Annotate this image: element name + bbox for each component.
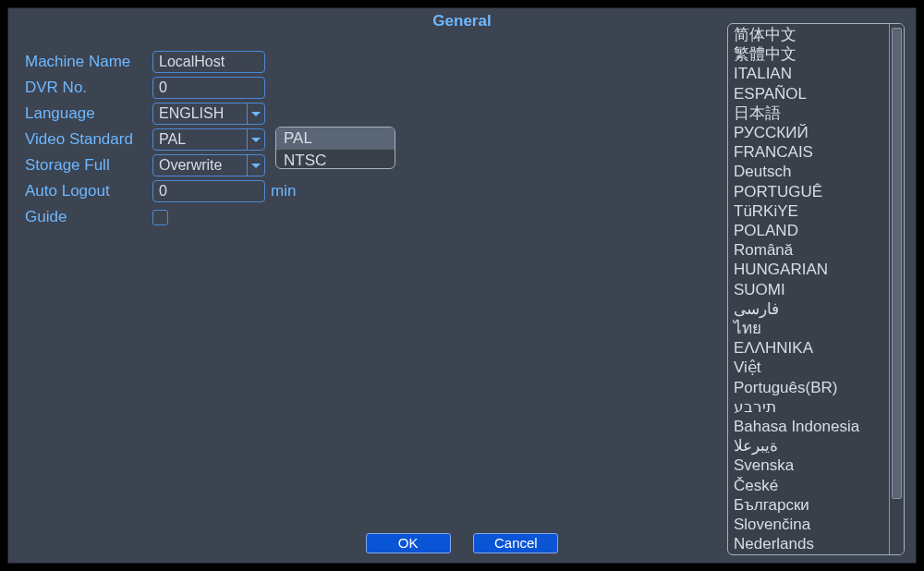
machine-name-label: Machine Name xyxy=(25,53,152,71)
language-option[interactable]: 日本語 xyxy=(734,103,883,123)
language-scrollbar[interactable] xyxy=(889,24,904,554)
language-option[interactable]: Slovenčina xyxy=(734,515,883,534)
auto-logout-label: Auto Logout xyxy=(25,182,152,200)
chevron-down-icon xyxy=(247,129,263,150)
language-option[interactable]: České xyxy=(734,476,883,495)
video-option-pal[interactable]: PAL xyxy=(276,128,395,150)
language-option[interactable]: SUOMI xyxy=(734,280,883,299)
language-select[interactable]: ENGLISH xyxy=(152,103,265,125)
language-option[interactable]: TüRKiYE xyxy=(734,201,883,221)
language-dropdown: 简体中文 繁體中文 ITALIAN ESPAÑOL 日本語 РУССКИЙ FR… xyxy=(727,23,905,555)
language-option[interactable]: HUNGARIAN xyxy=(734,260,883,279)
language-option[interactable]: FRANCAIS xyxy=(734,142,883,162)
language-option[interactable]: Bahasa Indonesia xyxy=(734,417,883,436)
language-option[interactable]: POLAND xyxy=(734,221,883,240)
guide-checkbox[interactable] xyxy=(152,210,168,225)
row-dvr-no: DVR No. xyxy=(25,75,296,101)
row-guide: Guide xyxy=(25,204,296,230)
language-option[interactable]: Български xyxy=(734,495,883,515)
video-option-ntsc[interactable]: NTSC xyxy=(276,150,395,169)
chevron-down-icon xyxy=(247,103,263,124)
storage-full-select[interactable]: Overwrite xyxy=(152,154,265,176)
language-option[interactable]: PORTUGUÊ xyxy=(734,182,883,201)
language-option[interactable]: ITALIAN xyxy=(734,64,883,83)
language-options: 简体中文 繁體中文 ITALIAN ESPAÑOL 日本語 РУССКИЙ FR… xyxy=(728,24,889,554)
language-option[interactable]: תירבע xyxy=(734,397,883,417)
video-standard-label: Video Standard xyxy=(25,130,152,149)
row-video-standard: Video Standard PAL xyxy=(25,127,296,152)
video-standard-select-value: PAL xyxy=(159,131,186,148)
dvr-no-label: DVR No. xyxy=(25,79,152,97)
settings-form: Machine Name DVR No. Language ENGLISH Vi… xyxy=(25,49,296,230)
auto-logout-unit: min xyxy=(271,182,296,200)
scrollbar-thumb[interactable] xyxy=(892,28,902,499)
language-option[interactable]: ไทย xyxy=(734,319,883,338)
language-option[interactable]: 简体中文 xyxy=(734,25,883,44)
dialog-buttons: OK Cancel xyxy=(8,533,916,553)
storage-full-label: Storage Full xyxy=(25,156,152,175)
language-select-value: ENGLISH xyxy=(159,105,224,122)
row-machine-name: Machine Name xyxy=(25,49,296,75)
language-option[interactable]: Svenska xyxy=(734,456,883,475)
row-auto-logout: Auto Logout min xyxy=(25,178,296,204)
language-option[interactable]: РУССКИЙ xyxy=(734,123,883,142)
language-option[interactable]: Português(BR) xyxy=(734,378,883,397)
language-option[interactable]: Română xyxy=(734,240,883,260)
machine-name-input[interactable] xyxy=(152,51,265,73)
language-label: Language xyxy=(25,104,152,123)
video-standard-dropdown: PAL NTSC xyxy=(275,127,395,169)
language-option[interactable]: ESPAÑOL xyxy=(734,84,883,103)
chevron-down-icon xyxy=(247,155,263,176)
language-option[interactable]: فارسی xyxy=(734,299,883,319)
auto-logout-input[interactable] xyxy=(152,180,265,202)
guide-label: Guide xyxy=(25,208,152,226)
row-language: Language ENGLISH xyxy=(25,101,296,127)
ok-button[interactable]: OK xyxy=(366,533,451,553)
language-option[interactable]: 繁體中文 xyxy=(734,44,883,64)
cancel-button[interactable]: Cancel xyxy=(473,533,558,553)
language-option[interactable]: Việt xyxy=(734,358,883,377)
language-option[interactable]: Deutsch xyxy=(734,162,883,181)
language-option[interactable]: ةيبرعلا xyxy=(734,436,883,456)
video-standard-select[interactable]: PAL xyxy=(152,128,265,151)
row-storage-full: Storage Full Overwrite xyxy=(25,152,296,178)
language-option[interactable]: ΕΛΛΗΝΙΚΑ xyxy=(734,338,883,358)
general-settings-window: General Machine Name DVR No. Language EN… xyxy=(7,7,917,564)
storage-full-select-value: Overwrite xyxy=(159,157,222,174)
dvr-no-input[interactable] xyxy=(152,77,265,99)
